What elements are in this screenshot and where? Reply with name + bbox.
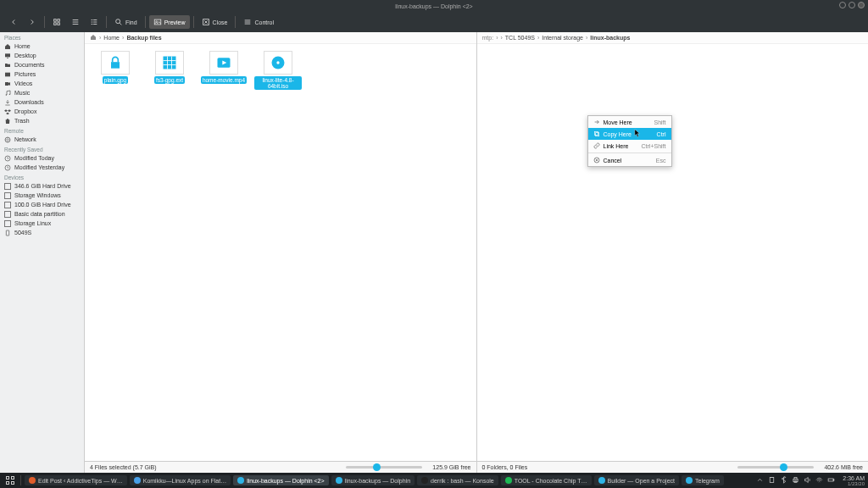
breadcrumb-segment[interactable]: linux-backups xyxy=(590,35,630,41)
taskbar: Edit Post ‹ AddictiveTips — W…Komikku—Li… xyxy=(0,473,868,488)
sidebar-item[interactable]: Music xyxy=(0,88,84,97)
tray-battery-icon[interactable] xyxy=(827,476,835,485)
svg-rect-19 xyxy=(164,57,176,69)
sidebar-item[interactable]: Home xyxy=(0,42,84,51)
svg-rect-9 xyxy=(7,58,8,58)
back-button[interactable] xyxy=(5,15,22,29)
sidebar-item-label: Basic data partition xyxy=(14,211,65,217)
minimize-button[interactable] xyxy=(839,2,846,8)
taskbar-task[interactable]: Telegram xyxy=(682,475,724,485)
ctx-item-link[interactable]: Link HereCtrl+Shift xyxy=(588,140,671,152)
file-label: plain.gpg xyxy=(103,76,128,84)
file-item[interactable]: fs3-gpg.ext xyxy=(146,51,193,90)
find-button[interactable]: Find xyxy=(110,15,142,29)
file-item[interactable]: home-movie.mp4 xyxy=(200,51,248,90)
preview-button[interactable]: Preview xyxy=(149,15,190,29)
tray-printer-icon[interactable] xyxy=(792,476,799,485)
file-grid-left[interactable]: plain.gpgfs3-gpg.exthome-movie.mp4linux-… xyxy=(85,44,476,461)
svg-rect-11 xyxy=(5,82,8,86)
task-app-icon xyxy=(598,477,605,484)
breadcrumb-right[interactable]: mtp:››TCL 5049S›Internal storage›linux-b… xyxy=(477,32,869,44)
ctx-item-copy[interactable]: Copy HereCtrl xyxy=(588,128,671,140)
sidebar-item[interactable]: Documents xyxy=(0,60,84,69)
ctx-item-move[interactable]: Move HereShift xyxy=(588,116,671,128)
sidebar-item[interactable]: Modified Today xyxy=(0,153,84,163)
file-thumb xyxy=(155,51,184,75)
close-window-button[interactable] xyxy=(858,2,865,8)
control-menu-button[interactable]: Control xyxy=(239,15,278,29)
sidebar-item[interactable]: Trash xyxy=(0,116,84,125)
svg-rect-18 xyxy=(111,62,120,69)
taskbar-task[interactable]: Builder — Open a Project xyxy=(594,475,679,485)
svg-rect-3 xyxy=(58,23,60,25)
sidebar-item-label: Storage Windows xyxy=(14,192,61,198)
statusbar-left: 4 Files selected (5.7 GiB) 125.9 GiB fre… xyxy=(85,461,476,473)
tray-volume-icon[interactable] xyxy=(804,476,811,485)
svg-rect-30 xyxy=(771,478,775,483)
sidebar-item[interactable]: 5049S xyxy=(0,228,84,237)
sidebar-item[interactable]: 100.0 GiB Hard Drive xyxy=(0,200,84,209)
ctx-item-cancel[interactable]: CancelEsc xyxy=(588,154,671,166)
right-pane: mtp:››TCL 5049S›Internal storage›linux-b… xyxy=(477,32,869,473)
file-item[interactable]: linux-lite-4.8-64bit.iso xyxy=(254,51,302,90)
compact-view-button[interactable] xyxy=(67,15,84,29)
sidebar-item[interactable]: Modified Yesterday xyxy=(0,163,84,172)
maximize-button[interactable] xyxy=(849,2,855,8)
clock[interactable]: 2:36 AM 1/23/20 xyxy=(843,475,865,486)
svg-rect-24 xyxy=(594,131,598,135)
task-label: Telegram xyxy=(695,478,720,484)
tray-bluetooth-icon[interactable] xyxy=(780,476,787,485)
sidebar-item-label: 100.0 GiB Hard Drive xyxy=(14,202,71,208)
svg-rect-26 xyxy=(7,477,9,480)
breadcrumb-segment[interactable]: Home xyxy=(103,35,120,41)
taskbar-task[interactable]: derrik : bash — Konsole xyxy=(417,475,498,485)
breadcrumb-home-icon[interactable] xyxy=(90,34,97,42)
task-app-icon xyxy=(237,477,244,484)
sidebar-item[interactable]: Pictures xyxy=(0,69,84,79)
svg-point-13 xyxy=(9,93,10,94)
breadcrumb-left[interactable]: ›Home›Backup files xyxy=(85,32,476,44)
tray-network-icon[interactable] xyxy=(815,476,823,485)
forward-button[interactable] xyxy=(24,15,41,29)
taskbar-task[interactable]: TOOL - Chocolate Chip T… xyxy=(501,475,592,485)
status-text: 0 Folders, 0 Files xyxy=(482,464,528,470)
breadcrumb-segment[interactable]: Internal storage xyxy=(542,35,583,41)
sidebar-item[interactable]: Videos xyxy=(0,79,84,88)
sidebar-item[interactable]: Downloads xyxy=(0,97,84,107)
file-thumb xyxy=(209,51,238,75)
svg-point-4 xyxy=(116,19,120,24)
taskbar-task[interactable]: linux-backups — Dolphin <2> xyxy=(233,475,328,485)
sidebar-item-label: Videos xyxy=(14,80,32,86)
sidebar-item[interactable]: Dropbox xyxy=(0,107,84,116)
tray-clipboard-icon[interactable] xyxy=(768,476,776,485)
titlebar: linux-backups — Dolphin <2> xyxy=(0,0,868,12)
details-view-button[interactable] xyxy=(86,15,103,29)
statusbar-right: 0 Folders, 0 Files 402.6 MiB free xyxy=(477,461,869,473)
file-grid-right[interactable]: Move HereShiftCopy HereCtrlLink HereCtrl… xyxy=(477,44,869,461)
left-pane: ›Home›Backup files plain.gpgfs3-gpg.exth… xyxy=(85,32,477,473)
taskbar-task[interactable]: Edit Post ‹ AddictiveTips — W… xyxy=(25,475,127,485)
zoom-slider[interactable] xyxy=(346,466,422,469)
svg-rect-8 xyxy=(5,53,10,57)
zoom-slider[interactable] xyxy=(737,466,814,469)
sidebar-item-label: Documents xyxy=(14,62,44,68)
taskbar-task[interactable]: Komikku—Linux Apps on Flat… xyxy=(130,475,231,485)
task-label: linux-backups — Dolphin <2> xyxy=(247,478,324,484)
sidebar-item[interactable]: Basic data partition xyxy=(0,209,84,219)
breadcrumb-segment[interactable]: TCL 5049S xyxy=(505,35,535,41)
sidebar-item-label: Modified Yesterday xyxy=(14,164,64,170)
app-launcher-button[interactable] xyxy=(3,474,17,486)
close-split-button[interactable]: Close xyxy=(198,15,232,29)
svg-rect-0 xyxy=(54,19,56,22)
breadcrumb-segment[interactable]: Backup files xyxy=(126,35,161,41)
sidebar-item[interactable]: Storage Linux xyxy=(0,219,84,228)
sidebar-item[interactable]: Network xyxy=(0,135,84,144)
file-item[interactable]: plain.gpg xyxy=(92,51,139,90)
sidebar-item[interactable]: Desktop xyxy=(0,51,84,60)
task-list: Edit Post ‹ AddictiveTips — W…Komikku—Li… xyxy=(25,475,753,485)
tray-up-icon[interactable] xyxy=(756,476,764,485)
taskbar-task[interactable]: linux-backups — Dolphin xyxy=(331,475,415,485)
icons-view-button[interactable] xyxy=(48,15,65,29)
sidebar-item[interactable]: Storage Windows xyxy=(0,191,84,200)
sidebar-item[interactable]: 346.6 GiB Hard Drive xyxy=(0,181,84,191)
